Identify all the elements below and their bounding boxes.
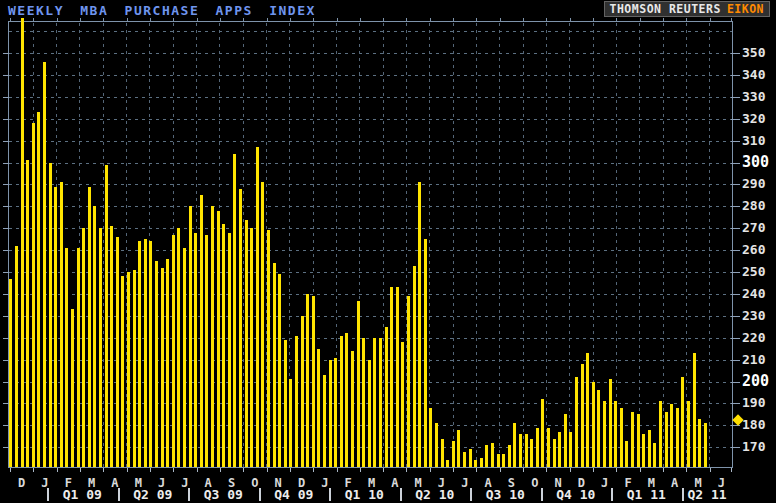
bar — [648, 430, 651, 467]
grid-line-v — [219, 22, 220, 467]
bar — [267, 230, 270, 467]
bar — [37, 112, 40, 467]
bar — [26, 160, 29, 467]
bar — [362, 338, 365, 467]
chart-window: WEEKLY MBA PURCHASE APPS INDEX THOMSON R… — [0, 0, 776, 503]
y-axis-tick — [731, 250, 740, 251]
month-tick — [127, 467, 128, 472]
y-axis-tick — [731, 382, 740, 383]
grid-line-h — [9, 206, 732, 207]
y-axis-tick-left — [3, 294, 9, 295]
y-axis-tick-left — [3, 75, 9, 76]
month-tick — [686, 467, 687, 472]
bar — [653, 443, 656, 467]
quarter-label: Q3 09 — [188, 487, 258, 502]
bar — [228, 233, 231, 467]
bar — [379, 338, 382, 467]
bar — [530, 439, 533, 467]
bar — [603, 401, 606, 467]
y-axis-label: 220 — [742, 331, 765, 344]
bar — [138, 241, 141, 467]
bar — [407, 296, 410, 467]
bar — [676, 408, 679, 467]
grid-line-h — [9, 163, 732, 164]
y-axis-label: 340 — [742, 68, 765, 81]
grid-line-v — [546, 22, 547, 467]
bar — [334, 358, 337, 468]
bar — [273, 263, 276, 467]
y-axis-tick-left — [3, 141, 9, 142]
plot-area[interactable] — [9, 22, 732, 467]
bar — [390, 287, 393, 467]
grid-line-h — [9, 31, 732, 32]
bar — [105, 165, 108, 467]
bar — [558, 432, 561, 467]
bar — [183, 248, 186, 467]
y-axis-tick-left — [3, 316, 9, 317]
month-tick — [220, 467, 221, 472]
bar — [177, 228, 180, 467]
month-tick — [80, 467, 81, 472]
bar — [340, 336, 343, 467]
month-tick-top — [731, 18, 732, 22]
y-axis-label: 240 — [742, 287, 765, 300]
grid-line-h — [9, 75, 732, 76]
bar — [413, 266, 416, 467]
bar — [21, 18, 24, 467]
bar — [278, 274, 281, 467]
bar — [43, 62, 46, 467]
bar — [525, 434, 528, 467]
y-axis-tick-left — [3, 382, 9, 383]
bar — [620, 408, 623, 467]
bar — [116, 237, 119, 467]
quarter-label: Q4 09 — [259, 487, 329, 502]
bar — [480, 458, 483, 467]
grid-line-v — [523, 22, 524, 467]
y-axis-label: 210 — [742, 353, 765, 366]
grid-line-v — [569, 22, 570, 467]
bar — [687, 401, 690, 467]
bar — [200, 195, 203, 467]
bar — [553, 439, 556, 467]
grid-line-v — [429, 22, 430, 467]
bar — [665, 412, 668, 467]
bar — [261, 182, 264, 467]
bar — [474, 460, 477, 467]
bar — [49, 163, 52, 467]
y-axis-label: 230 — [742, 309, 765, 322]
grid-line-v — [639, 22, 640, 467]
y-axis-tick — [731, 360, 740, 361]
grid-line-v — [476, 22, 477, 467]
bar — [155, 261, 158, 467]
bar — [323, 375, 326, 467]
month-tick — [663, 467, 664, 472]
bar — [301, 316, 304, 467]
bar — [121, 276, 124, 467]
quarter-label: Q2 09 — [118, 487, 188, 502]
y-axis-tick-left — [3, 360, 9, 361]
month-tick — [640, 467, 641, 472]
month-tick — [406, 467, 407, 472]
month-tick — [33, 467, 34, 472]
grid-line-h — [9, 97, 732, 98]
bar — [289, 379, 292, 467]
bar — [513, 423, 516, 467]
y-axis-tick — [731, 403, 740, 404]
month-tick — [337, 467, 338, 472]
bar — [284, 340, 287, 467]
bar — [681, 377, 684, 467]
bar — [65, 248, 68, 467]
grid-line-v — [383, 22, 384, 467]
bar — [586, 353, 589, 467]
grid-line-v — [79, 22, 80, 467]
y-axis-label: 290 — [742, 177, 765, 190]
bar — [351, 351, 354, 467]
bar — [469, 449, 472, 467]
y-axis-tick — [731, 53, 740, 54]
month-tick — [453, 467, 454, 472]
y-axis-tick-left — [3, 184, 9, 185]
chart-title: WEEKLY MBA PURCHASE APPS INDEX — [8, 3, 316, 18]
bar — [357, 301, 360, 467]
quarter-label: Q1 10 — [329, 487, 399, 502]
y-axis-label: 180 — [742, 418, 765, 431]
